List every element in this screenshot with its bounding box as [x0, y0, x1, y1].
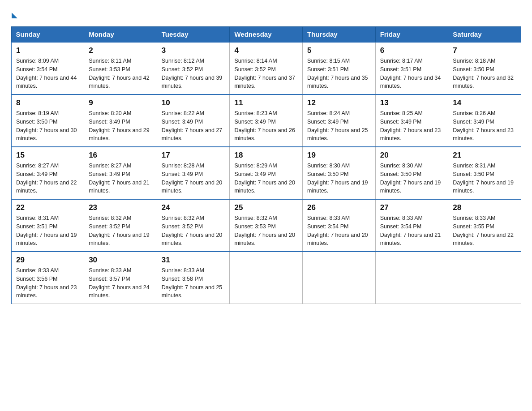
calendar-cell: 16 Sunrise: 8:27 AMSunset: 3:49 PMDaylig…	[84, 147, 157, 199]
calendar-cell: 8 Sunrise: 8:19 AMSunset: 3:50 PMDayligh…	[11, 94, 84, 147]
day-info: Sunrise: 8:33 AMSunset: 3:54 PMDaylight:…	[380, 214, 444, 248]
day-info: Sunrise: 8:27 AMSunset: 3:49 PMDaylight:…	[16, 162, 79, 195]
calendar-cell: 1 Sunrise: 8:09 AMSunset: 3:54 PMDayligh…	[11, 42, 84, 94]
calendar-cell: 27 Sunrise: 8:33 AMSunset: 3:54 PMDaylig…	[375, 199, 448, 252]
calendar-cell: 2 Sunrise: 8:11 AMSunset: 3:53 PMDayligh…	[84, 42, 157, 94]
calendar-cell: 9 Sunrise: 8:20 AMSunset: 3:49 PMDayligh…	[84, 94, 157, 147]
weekday-header-saturday: Saturday	[448, 27, 521, 43]
day-number: 28	[453, 203, 516, 212]
day-info: Sunrise: 8:23 AMSunset: 3:49 PMDaylight:…	[234, 109, 298, 143]
weekday-header-thursday: Thursday	[303, 27, 376, 43]
day-number: 6	[380, 46, 444, 55]
week-row-2: 8 Sunrise: 8:19 AMSunset: 3:50 PMDayligh…	[11, 94, 521, 147]
day-number: 18	[234, 151, 298, 160]
calendar-cell: 20 Sunrise: 8:30 AMSunset: 3:50 PMDaylig…	[375, 147, 448, 199]
day-number: 22	[16, 203, 79, 212]
day-number: 4	[234, 46, 298, 55]
day-info: Sunrise: 8:17 AMSunset: 3:51 PMDaylight:…	[380, 57, 444, 90]
day-info: Sunrise: 8:18 AMSunset: 3:50 PMDaylight:…	[453, 57, 516, 90]
calendar-cell: 17 Sunrise: 8:28 AMSunset: 3:49 PMDaylig…	[157, 147, 230, 199]
day-info: Sunrise: 8:19 AMSunset: 3:50 PMDaylight:…	[16, 109, 79, 143]
day-info: Sunrise: 8:24 AMSunset: 3:49 PMDaylight:…	[307, 109, 371, 143]
day-number: 20	[380, 151, 444, 160]
weekday-header-friday: Friday	[375, 27, 448, 43]
calendar-cell: 7 Sunrise: 8:18 AMSunset: 3:50 PMDayligh…	[448, 42, 521, 94]
day-number: 12	[307, 98, 371, 107]
week-row-4: 22 Sunrise: 8:31 AMSunset: 3:51 PMDaylig…	[11, 199, 521, 252]
day-info: Sunrise: 8:12 AMSunset: 3:52 PMDaylight:…	[162, 57, 225, 90]
calendar-cell: 25 Sunrise: 8:32 AMSunset: 3:53 PMDaylig…	[230, 199, 303, 252]
calendar-cell: 31 Sunrise: 8:33 AMSunset: 3:58 PMDaylig…	[157, 252, 230, 304]
calendar-cell: 22 Sunrise: 8:31 AMSunset: 3:51 PMDaylig…	[11, 199, 84, 252]
calendar-cell	[375, 252, 448, 304]
calendar-cell: 28 Sunrise: 8:33 AMSunset: 3:55 PMDaylig…	[448, 199, 521, 252]
day-number: 7	[453, 46, 516, 55]
day-info: Sunrise: 8:31 AMSunset: 3:50 PMDaylight:…	[453, 162, 516, 195]
calendar-cell: 19 Sunrise: 8:30 AMSunset: 3:50 PMDaylig…	[303, 147, 376, 199]
calendar-cell: 3 Sunrise: 8:12 AMSunset: 3:52 PMDayligh…	[157, 42, 230, 94]
calendar-cell: 30 Sunrise: 8:33 AMSunset: 3:57 PMDaylig…	[84, 252, 157, 304]
calendar-cell: 5 Sunrise: 8:15 AMSunset: 3:51 PMDayligh…	[303, 42, 376, 94]
calendar-table: SundayMondayTuesdayWednesdayThursdayFrid…	[11, 26, 521, 304]
calendar-cell: 29 Sunrise: 8:33 AMSunset: 3:56 PMDaylig…	[11, 252, 84, 304]
day-number: 1	[16, 46, 79, 55]
day-number: 9	[89, 98, 152, 107]
calendar-cell: 26 Sunrise: 8:33 AMSunset: 3:54 PMDaylig…	[303, 199, 376, 252]
day-info: Sunrise: 8:33 AMSunset: 3:55 PMDaylight:…	[453, 214, 516, 248]
logo-triangle-icon	[12, 13, 17, 18]
weekday-header-monday: Monday	[84, 27, 157, 43]
calendar-cell: 11 Sunrise: 8:23 AMSunset: 3:49 PMDaylig…	[230, 94, 303, 147]
day-number: 13	[380, 98, 444, 107]
calendar-cell: 24 Sunrise: 8:32 AMSunset: 3:52 PMDaylig…	[157, 199, 230, 252]
calendar-cell: 13 Sunrise: 8:25 AMSunset: 3:49 PMDaylig…	[375, 94, 448, 147]
day-info: Sunrise: 8:33 AMSunset: 3:58 PMDaylight:…	[162, 266, 225, 300]
calendar-cell: 15 Sunrise: 8:27 AMSunset: 3:49 PMDaylig…	[11, 147, 84, 199]
calendar-cell	[448, 252, 521, 304]
page-header	[11, 11, 521, 18]
calendar-cell: 6 Sunrise: 8:17 AMSunset: 3:51 PMDayligh…	[375, 42, 448, 94]
weekday-header-row: SundayMondayTuesdayWednesdayThursdayFrid…	[11, 27, 521, 43]
calendar-cell: 23 Sunrise: 8:32 AMSunset: 3:52 PMDaylig…	[84, 199, 157, 252]
day-info: Sunrise: 8:09 AMSunset: 3:54 PMDaylight:…	[16, 57, 79, 90]
day-number: 27	[380, 203, 444, 212]
day-number: 17	[162, 151, 225, 160]
day-number: 5	[307, 46, 371, 55]
day-info: Sunrise: 8:32 AMSunset: 3:53 PMDaylight:…	[234, 214, 298, 248]
day-info: Sunrise: 8:30 AMSunset: 3:50 PMDaylight:…	[380, 162, 444, 195]
day-number: 3	[162, 46, 225, 55]
day-info: Sunrise: 8:30 AMSunset: 3:50 PMDaylight:…	[307, 162, 371, 195]
day-info: Sunrise: 8:11 AMSunset: 3:53 PMDaylight:…	[89, 57, 152, 90]
day-number: 10	[162, 98, 225, 107]
calendar-header: SundayMondayTuesdayWednesdayThursdayFrid…	[11, 27, 521, 43]
day-info: Sunrise: 8:15 AMSunset: 3:51 PMDaylight:…	[307, 57, 371, 90]
day-number: 23	[89, 203, 152, 212]
day-info: Sunrise: 8:33 AMSunset: 3:54 PMDaylight:…	[307, 214, 371, 248]
day-number: 2	[89, 46, 152, 55]
day-info: Sunrise: 8:32 AMSunset: 3:52 PMDaylight:…	[89, 214, 152, 248]
calendar-cell: 4 Sunrise: 8:14 AMSunset: 3:52 PMDayligh…	[230, 42, 303, 94]
day-number: 29	[16, 256, 79, 265]
day-number: 26	[307, 203, 371, 212]
day-number: 21	[453, 151, 516, 160]
day-info: Sunrise: 8:20 AMSunset: 3:49 PMDaylight:…	[89, 109, 152, 143]
calendar-cell	[303, 252, 376, 304]
day-number: 14	[453, 98, 516, 107]
day-info: Sunrise: 8:14 AMSunset: 3:52 PMDaylight:…	[234, 57, 298, 90]
day-number: 31	[162, 256, 225, 265]
weekday-header-tuesday: Tuesday	[157, 27, 230, 43]
calendar-cell: 12 Sunrise: 8:24 AMSunset: 3:49 PMDaylig…	[303, 94, 376, 147]
logo	[11, 11, 17, 18]
day-info: Sunrise: 8:32 AMSunset: 3:52 PMDaylight:…	[162, 214, 225, 248]
weekday-header-wednesday: Wednesday	[230, 27, 303, 43]
day-info: Sunrise: 8:27 AMSunset: 3:49 PMDaylight:…	[89, 162, 152, 195]
calendar-cell: 10 Sunrise: 8:22 AMSunset: 3:49 PMDaylig…	[157, 94, 230, 147]
day-info: Sunrise: 8:33 AMSunset: 3:56 PMDaylight:…	[16, 266, 79, 300]
calendar-body: 1 Sunrise: 8:09 AMSunset: 3:54 PMDayligh…	[11, 42, 521, 304]
calendar-cell	[230, 252, 303, 304]
day-number: 19	[307, 151, 371, 160]
day-number: 15	[16, 151, 79, 160]
day-info: Sunrise: 8:25 AMSunset: 3:49 PMDaylight:…	[380, 109, 444, 143]
day-info: Sunrise: 8:33 AMSunset: 3:57 PMDaylight:…	[89, 266, 152, 300]
calendar-cell: 18 Sunrise: 8:29 AMSunset: 3:49 PMDaylig…	[230, 147, 303, 199]
day-info: Sunrise: 8:22 AMSunset: 3:49 PMDaylight:…	[162, 109, 225, 143]
